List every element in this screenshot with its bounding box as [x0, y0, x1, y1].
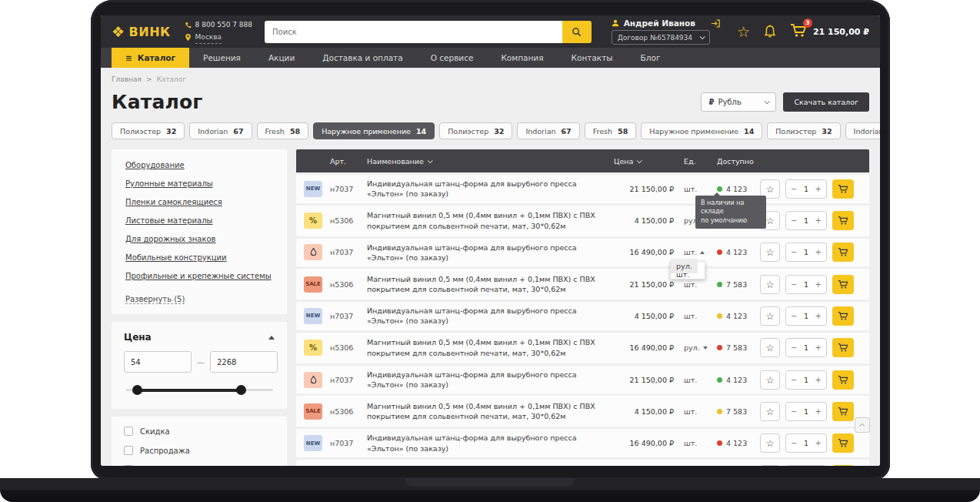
favorite-button[interactable]: ☆ — [760, 433, 780, 453]
increase-button[interactable]: + — [815, 280, 822, 289]
unit-select[interactable]: шт. — [674, 376, 712, 384]
increase-button[interactable]: + — [815, 439, 822, 447]
notifications-button[interactable] — [764, 25, 776, 38]
logout-icon[interactable] — [711, 19, 720, 28]
sidebar-item-sheet-materials[interactable]: Листовые материалы — [125, 216, 273, 225]
filter-chip[interactable]: Наружное применение14 — [641, 122, 762, 139]
nav-item-service[interactable]: О сервисе — [417, 48, 488, 68]
unit-select[interactable]: рул. — [674, 343, 712, 352]
filter-chip[interactable]: Fresh58 — [257, 122, 309, 139]
filter-chip-active[interactable]: Наружное применение14 — [313, 122, 435, 139]
quantity-stepper[interactable]: −1+ — [785, 306, 827, 326]
sidebar-item-self-adhesive-films[interactable]: Пленки самоклеящиеся — [125, 198, 273, 206]
unit-select[interactable]: шт. — [674, 439, 712, 447]
quantity-stepper[interactable]: −1+ — [785, 179, 827, 199]
decrease-button[interactable]: − — [790, 280, 798, 289]
decrease-button[interactable]: − — [790, 248, 798, 256]
increase-button[interactable]: + — [815, 407, 822, 416]
favorite-button[interactable]: ☆ — [760, 465, 780, 466]
price-max-input[interactable] — [210, 351, 278, 373]
increase-button[interactable]: + — [815, 185, 822, 193]
unit-select[interactable]: шт. — [674, 407, 712, 416]
sidebar-item-profile-systems[interactable]: Профильные и крепежные системы — [125, 272, 273, 280]
search-input[interactable] — [265, 21, 562, 43]
quantity-stepper[interactable]: −1+ — [785, 465, 827, 466]
quantity-stepper[interactable]: −1+ — [785, 211, 827, 230]
nav-item-company[interactable]: Компания — [487, 48, 557, 68]
search-button[interactable] — [562, 21, 592, 43]
unit-select-open[interactable]: шт. рул. шт. — [674, 248, 712, 256]
decrease-button[interactable]: − — [790, 439, 798, 447]
unit-option[interactable]: шт. — [671, 267, 695, 282]
add-to-cart-button[interactable] — [832, 465, 854, 466]
nav-item-solutions[interactable]: Решения — [189, 48, 255, 68]
decrease-button[interactable]: − — [790, 407, 798, 416]
product-link[interactable]: Индивидуальная штанц-форма для вырубного… — [367, 306, 614, 326]
quantity-stepper[interactable]: −1+ — [785, 402, 827, 421]
favorite-button[interactable]: ☆ — [760, 402, 780, 421]
slider-handle-min[interactable] — [132, 385, 142, 395]
download-catalog-button[interactable]: Скачать каталог — [783, 92, 869, 112]
favorite-button[interactable]: ☆ — [760, 275, 780, 294]
increase-button[interactable]: + — [815, 312, 822, 320]
decrease-button[interactable]: − — [790, 343, 798, 352]
favorite-button[interactable]: ☆ — [760, 306, 780, 326]
increase-button[interactable]: + — [815, 216, 822, 225]
sidebar-item-mobile-constructions[interactable]: Мобильные конструкции — [125, 253, 273, 262]
favorites-button[interactable]: ☆ — [737, 25, 750, 39]
add-to-cart-button[interactable] — [832, 370, 854, 390]
filter-chip[interactable]: Indorian67 — [845, 122, 880, 139]
filter-chip[interactable]: Полиэстер32 — [112, 122, 185, 139]
unit-select[interactable]: шт. — [674, 185, 712, 193]
column-price-sort[interactable]: Цена — [614, 157, 674, 166]
product-link[interactable]: Магнитный винил 0,5 мм (0,4мм винил + 0,… — [367, 465, 614, 466]
breadcrumb-home[interactable]: Главная — [112, 75, 142, 83]
checkbox-discount[interactable]: Скидка — [124, 427, 275, 436]
scroll-to-top-button[interactable] — [855, 417, 870, 433]
checkbox-sale[interactable]: Распродажа — [124, 446, 275, 455]
add-to-cart-button[interactable] — [832, 243, 854, 262]
checkbox[interactable] — [124, 465, 133, 466]
filter-chip[interactable]: Indorian67 — [189, 122, 252, 139]
favorite-button[interactable]: ☆ — [760, 243, 780, 262]
contract-select[interactable]: Договор №65784934 — [612, 30, 710, 45]
decrease-button[interactable]: − — [790, 312, 798, 320]
add-to-cart-button[interactable] — [832, 179, 854, 199]
quantity-stepper[interactable]: −1+ — [785, 370, 827, 390]
checkbox[interactable] — [124, 446, 133, 455]
sidebar-item-roll-materials[interactable]: Рулонные материалы — [125, 179, 273, 188]
sidebar-item-road-signs[interactable]: Для дорожных знаков — [125, 235, 273, 243]
sidebar-item-equipment[interactable]: Оборудование — [125, 161, 273, 169]
price-min-input[interactable] — [124, 351, 192, 373]
product-link[interactable]: Индивидуальная штанц-форма для вырубного… — [367, 179, 614, 199]
add-to-cart-button[interactable] — [832, 433, 854, 453]
product-link[interactable]: Индивидуальная штанц-форма для вырубного… — [367, 370, 614, 390]
favorite-button[interactable]: ☆ — [760, 370, 780, 390]
column-name-sort[interactable]: Наименование — [367, 157, 614, 166]
filter-chip[interactable]: Полиэстер32 — [767, 122, 840, 139]
add-to-cart-button[interactable] — [832, 211, 854, 230]
filter-chip[interactable]: Indorian67 — [517, 122, 579, 139]
quantity-stepper[interactable]: −1+ — [785, 433, 827, 453]
checkbox[interactable] — [124, 427, 133, 436]
currency-select[interactable]: ₽ Рубль — [701, 92, 776, 112]
phone-number[interactable]: 8 800 550 7 888 — [195, 19, 252, 31]
product-link[interactable]: Магнитный винил 0,5 мм (0,4мм винил + 0,… — [367, 210, 614, 231]
nav-item-contacts[interactable]: Контакты — [558, 48, 627, 68]
nav-item-promos[interactable]: Акции — [255, 48, 308, 68]
city-selector[interactable]: Москва — [195, 32, 222, 44]
favorite-button[interactable]: ☆ — [760, 338, 780, 357]
nav-item-blog[interactable]: Блог — [627, 48, 675, 68]
add-to-cart-button[interactable] — [832, 275, 854, 294]
user-name[interactable]: Андрей Иванов — [624, 18, 695, 28]
quantity-stepper[interactable]: −1+ — [785, 243, 827, 262]
decrease-button[interactable]: − — [790, 376, 798, 384]
nav-item-delivery[interactable]: Доставка и оплата — [308, 48, 416, 68]
product-link[interactable]: Магнитный винил 0,5 мм (0,4мм винил + 0,… — [367, 401, 614, 422]
product-link[interactable]: Магнитный винил 0,5 мм (0,4мм винил + 0,… — [367, 337, 614, 358]
logo[interactable]: ❖ ВИНК — [112, 25, 171, 39]
filter-chip[interactable]: Fresh58 — [585, 122, 637, 139]
quantity-stepper[interactable]: −1+ — [785, 338, 827, 357]
checkbox-new[interactable]: Новинка — [124, 465, 275, 466]
cart-block[interactable]: 3 21 150,00 ₽ — [790, 23, 869, 41]
